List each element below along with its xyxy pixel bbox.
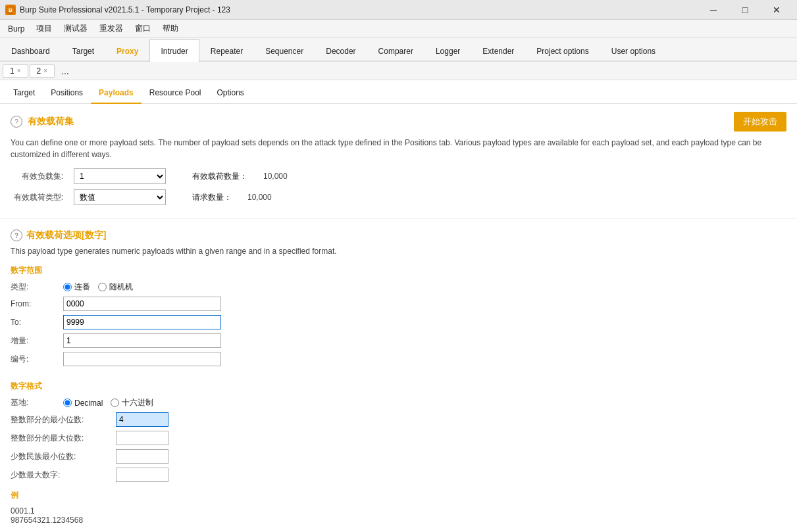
subtabs: TargetPositionsPayloadsResource PoolOpti…	[0, 80, 797, 104]
nav-tab-sequencer[interactable]: Sequencer	[254, 39, 315, 62]
menu-item-Burp[interactable]: Burp	[3, 22, 30, 36]
navtabs: DashboardTargetProxyIntruderRepeaterSequ…	[0, 38, 797, 62]
payload-type-label: 有效载荷类型:	[11, 192, 63, 203]
menu-item-帮助[interactable]: 帮助	[157, 20, 184, 37]
nav-tab-repeater[interactable]: Repeater	[199, 39, 254, 62]
min-int-row: 整数部分的最小位数:	[11, 412, 786, 427]
nav-tab-intruder[interactable]: Intruder	[149, 39, 199, 62]
type-random-text: 随机机	[109, 281, 133, 293]
request-count-label: 请求数量：	[192, 192, 232, 203]
payload-sets-desc: You can define one or more payload sets.…	[11, 137, 786, 160]
to-input[interactable]	[63, 315, 221, 329]
sub-tab-target[interactable]: Target	[5, 83, 43, 104]
menu-item-项目[interactable]: 项目	[31, 20, 57, 37]
nav-tab-dashboard[interactable]: Dashboard	[0, 39, 61, 62]
max-frac-input[interactable]	[116, 468, 168, 482]
type-label: 类型:	[11, 281, 63, 293]
payload-type-row: 有效载荷类型: 数值 Simple list Runtime file Cust…	[11, 189, 786, 205]
base-row: 基地: Decimal 十六进制	[11, 397, 786, 408]
nav-tab-project-options[interactable]: Project options	[525, 39, 600, 62]
base-decimal-text: Decimal	[74, 399, 103, 408]
nav-tab-logger[interactable]: Logger	[424, 39, 471, 62]
from-row: From:	[11, 297, 786, 311]
type-random-label[interactable]: 随机机	[98, 281, 133, 293]
titlebar-title: Burp Suite Professional v2021.5.1 - Temp…	[20, 5, 230, 14]
app-icon: B	[5, 5, 16, 15]
payload-options-help[interactable]: ?	[11, 230, 22, 241]
sub-tab-resource-pool[interactable]: Resource Pool	[141, 83, 209, 104]
nav-tab-user-options[interactable]: User options	[600, 39, 667, 62]
payload-sets-help[interactable]: ?	[11, 116, 22, 128]
type-serial-radio[interactable]	[63, 283, 72, 291]
step-input[interactable]	[63, 333, 221, 348]
section-header: ? 有效载荷集 开始攻击	[11, 112, 786, 132]
tab-close-1[interactable]: ×	[17, 67, 21, 74]
type-row: 类型: 连番 随机机	[11, 281, 786, 293]
start-attack-button[interactable]: 开始攻击	[734, 112, 786, 132]
example-1: 0001.1	[11, 506, 786, 516]
nav-tab-target[interactable]: Target	[61, 39, 105, 62]
base-hex-radio[interactable]	[111, 399, 119, 407]
sub-tab-payloads[interactable]: Payloads	[91, 83, 141, 104]
tab-close-2[interactable]: ×	[43, 67, 47, 74]
example-title: 例	[11, 490, 786, 501]
base-decimal-radio[interactable]	[63, 399, 72, 407]
from-input[interactable]	[63, 297, 221, 311]
request-count-value: 10,000	[247, 193, 272, 202]
base-hex-text: 十六进制	[122, 397, 153, 408]
number-format-title: 数字格式	[11, 381, 786, 392]
payload-set-select[interactable]: 1 2 3	[74, 168, 166, 184]
payload-count-label: 有效载荷数量：	[192, 171, 247, 182]
payload-options-section: ? 有效载荷选项[数字] This payload type generates…	[0, 219, 797, 530]
nav-tab-comparer[interactable]: Comparer	[367, 39, 424, 62]
tab-num-1[interactable]: 1 ×	[3, 64, 28, 78]
base-label: 基地:	[11, 397, 63, 408]
nav-tab-decoder[interactable]: Decoder	[315, 39, 367, 62]
main-content: ? 有效载荷集 开始攻击 You can define one or more …	[0, 104, 797, 532]
nav-tab-proxy[interactable]: Proxy	[105, 39, 149, 62]
type-random-radio[interactable]	[98, 283, 107, 291]
titlebar-left: B Burp Suite Professional v2021.5.1 - Te…	[5, 5, 230, 15]
payload-count-value: 10,000	[263, 172, 288, 181]
minimize-button[interactable]: ─	[698, 0, 729, 20]
max-frac-label: 少数最大数字:	[11, 470, 116, 481]
type-radio-group: 连番 随机机	[63, 281, 133, 293]
payload-set-row: 有效负载集: 1 2 3 有效载荷数量： 10,000	[11, 168, 786, 184]
titlebar: B Burp Suite Professional v2021.5.1 - Te…	[0, 0, 797, 20]
from-label: From:	[11, 299, 63, 308]
number-input[interactable]	[63, 352, 221, 366]
min-frac-input[interactable]	[116, 449, 168, 464]
menu-item-测试器[interactable]: 测试器	[59, 20, 93, 37]
payload-sets-title: 有效载荷集	[28, 116, 74, 128]
number-row: 编号:	[11, 352, 786, 366]
step-row: 增量:	[11, 333, 786, 348]
example-2: 987654321.1234568	[11, 516, 786, 525]
sub-tab-options[interactable]: Options	[209, 83, 251, 104]
tab-num-2[interactable]: 2 ×	[30, 64, 55, 78]
type-serial-text: 连番	[74, 281, 90, 293]
min-frac-row: 少数民族最小位数:	[11, 449, 786, 464]
titlebar-controls: ─ □ ✕	[698, 0, 792, 20]
payload-type-select[interactable]: 数值 Simple list Runtime file Custom itera…	[74, 189, 166, 205]
menubar: Burp项目测试器重发器窗口帮助	[0, 20, 797, 38]
tab-more[interactable]: ...	[56, 64, 74, 78]
to-label: To:	[11, 318, 63, 327]
max-int-input[interactable]	[116, 431, 168, 445]
nav-tab-extender[interactable]: Extender	[471, 39, 525, 62]
base-hex-label[interactable]: 十六进制	[111, 397, 153, 408]
menu-item-窗口[interactable]: 窗口	[130, 20, 156, 37]
min-int-input[interactable]	[116, 412, 168, 427]
maximize-button[interactable]: □	[730, 0, 760, 20]
svg-text:B: B	[9, 7, 13, 13]
max-frac-row: 少数最大数字:	[11, 468, 786, 482]
menu-item-重发器[interactable]: 重发器	[94, 20, 128, 37]
base-decimal-label[interactable]: Decimal	[63, 399, 103, 408]
step-label: 增量:	[11, 335, 63, 347]
sub-tab-positions[interactable]: Positions	[43, 83, 91, 104]
tab-numbers: 1 ×2 ×...	[0, 62, 797, 80]
type-serial-label[interactable]: 连番	[63, 281, 90, 293]
close-button[interactable]: ✕	[761, 0, 792, 20]
min-frac-label: 少数民族最小位数:	[11, 451, 116, 462]
number-range-title: 数字范围	[11, 265, 786, 276]
payload-options-title: 有效载荷选项[数字]	[26, 230, 106, 241]
